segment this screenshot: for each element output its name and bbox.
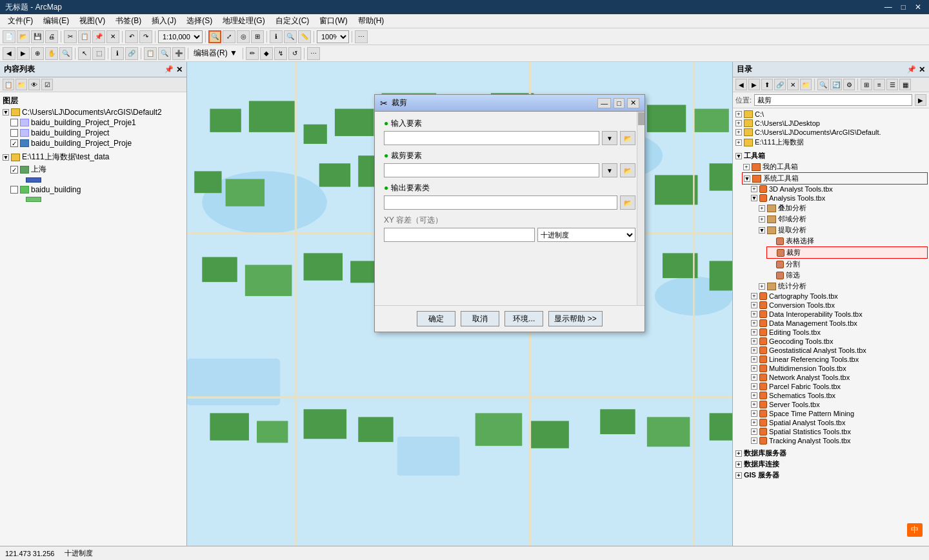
expand-arcgis[interactable]: +: [735, 129, 742, 135]
expand-systoolbox[interactable]: ▼: [744, 175, 750, 182]
expand-interop[interactable]: +: [751, 311, 757, 317]
zoom-full-button[interactable]: ⤢: [223, 30, 235, 43]
dialog-help-button[interactable]: 显示帮助 >>: [548, 311, 602, 326]
feature-select[interactable]: ⬚: [92, 47, 105, 60]
copy-button[interactable]: 📋: [78, 30, 91, 43]
maximize-button[interactable]: □: [899, 3, 908, 12]
clip-features-browse[interactable]: 📂: [620, 163, 635, 177]
expand-3d[interactable]: +: [751, 186, 757, 192]
delete-button[interactable]: ✕: [106, 30, 119, 43]
expand-default2[interactable]: ▼: [3, 109, 9, 115]
xy-tolerance-input[interactable]: [384, 228, 535, 242]
cat-item-geocoding[interactable]: + Geocoding Tools.tbx: [750, 337, 928, 346]
expand-dbserver[interactable]: +: [735, 450, 742, 457]
menu-bookmark[interactable]: 书签(B): [110, 14, 146, 28]
attr-table[interactable]: 📋: [144, 47, 157, 60]
menu-geoprocess[interactable]: 地理处理(G): [217, 14, 270, 28]
more-edit-tools[interactable]: ⋯: [307, 47, 320, 60]
expand-linearref[interactable]: +: [751, 356, 757, 363]
cat-item-neighbor[interactable]: + 邻域分析: [757, 214, 928, 225]
expand-schematics[interactable]: +: [751, 392, 757, 399]
editor-label[interactable]: 编辑器(R) ▼: [191, 48, 240, 59]
search-button[interactable]: 🔍: [158, 47, 171, 60]
expand-geostat[interactable]: +: [751, 347, 757, 354]
paste-button[interactable]: 📌: [92, 30, 105, 43]
dialog-minimize[interactable]: —: [597, 98, 611, 108]
identify-button[interactable]: ℹ: [270, 30, 283, 43]
cat-item-spatialanalyst[interactable]: + Spatial Analyst Tools.tbx: [750, 418, 928, 427]
rotate-tool[interactable]: ↺: [288, 47, 301, 60]
sketch-tool[interactable]: ✏: [246, 47, 259, 60]
list-by-drawing[interactable]: 📋: [3, 79, 14, 90]
cat-item-carto[interactable]: + Cartography Tools.tbx: [750, 292, 928, 301]
panel-pin[interactable]: 📌: [165, 65, 174, 74]
catalog-up[interactable]: ⬆: [761, 79, 773, 90]
cat-item-split[interactable]: 分割: [766, 259, 928, 270]
menu-select[interactable]: 选择(S): [181, 14, 217, 28]
expand-analysis[interactable]: ▼: [751, 195, 757, 201]
add-data-button[interactable]: ➕: [172, 47, 185, 60]
list-by-visibility[interactable]: 👁: [28, 79, 40, 90]
layer-check-bb[interactable]: [10, 186, 18, 194]
menu-view[interactable]: 视图(V): [74, 14, 110, 28]
find-button[interactable]: 🔍: [284, 30, 297, 43]
cat-item-schematics[interactable]: + Schematics Tools.tbx: [750, 391, 928, 400]
select-tool[interactable]: ↖: [78, 47, 91, 60]
pan-button[interactable]: ✋: [45, 47, 58, 60]
expand-e111[interactable]: +: [735, 139, 742, 146]
zoom-percent-select[interactable]: 100%: [317, 30, 349, 43]
expand-dbconn[interactable]: +: [735, 461, 742, 468]
menu-help[interactable]: 帮助(H): [353, 14, 390, 28]
list-by-source[interactable]: 📁: [15, 79, 27, 90]
expand-stats[interactable]: +: [759, 283, 765, 290]
menu-window[interactable]: 窗口(W): [314, 14, 352, 28]
catalog-list[interactable]: ≡: [874, 79, 885, 90]
cat-item-filter[interactable]: 筛选: [766, 270, 928, 281]
cat-item-spatialstats[interactable]: + Spatial Statistics Tools.tbx: [750, 427, 928, 436]
layer-check-baidu3[interactable]: [10, 139, 18, 147]
expand-c[interactable]: +: [735, 111, 742, 117]
cat-item-tracking[interactable]: + Tracking Analyst Tools.tbx: [750, 436, 928, 445]
clip-features-input[interactable]: [384, 163, 599, 177]
panel-close[interactable]: ✕: [176, 65, 183, 74]
expand-server[interactable]: +: [751, 401, 757, 408]
expand-spacetime[interactable]: +: [751, 410, 757, 417]
expand-gisserver[interactable]: +: [735, 472, 742, 479]
catalog-options[interactable]: ⚙: [843, 79, 855, 90]
expand-neighbor[interactable]: +: [759, 216, 765, 223]
expand-mytoolbox[interactable]: +: [743, 164, 750, 170]
zoom-pan-button[interactable]: 🔍: [59, 47, 72, 60]
new-button[interactable]: 📄: [3, 30, 15, 43]
catalog-search[interactable]: 🔍: [817, 79, 829, 90]
zoom-back-button[interactable]: ◀: [3, 47, 15, 60]
zoom-layer-button[interactable]: ⊞: [251, 30, 264, 43]
expand-spatialanalyst[interactable]: +: [751, 419, 757, 426]
expand-carto[interactable]: +: [751, 293, 757, 299]
cat-item-analysis[interactable]: ▼ Analysis Tools.tbx: [750, 194, 928, 203]
expand-geocoding[interactable]: +: [751, 338, 757, 345]
catalog-back[interactable]: ◀: [735, 79, 747, 90]
menu-file[interactable]: 文件(F): [3, 14, 38, 28]
cat-item-desktop[interactable]: + C:\Users\LJ\Desktop: [734, 119, 928, 128]
cut-button[interactable]: ✂: [64, 30, 77, 43]
cat-item-server[interactable]: + Server Tools.tbx: [750, 400, 928, 409]
map-area[interactable]: ✂ 裁剪 — □ ✕ ● 输入要素: [187, 62, 732, 546]
catalog-preview[interactable]: ▦: [899, 79, 911, 90]
minimize-button[interactable]: —: [882, 3, 895, 12]
dialog-cancel-button[interactable]: 取消: [461, 311, 499, 326]
more-tools[interactable]: ⋯: [355, 30, 368, 43]
cat-item-interop[interactable]: + Data Interoperability Tools.tbx: [750, 310, 928, 319]
hyperlink-tool[interactable]: 🔗: [125, 47, 138, 60]
catalog-details[interactable]: ☰: [886, 79, 898, 90]
dialog-scrollbar[interactable]: [637, 112, 644, 305]
expand-desktop[interactable]: +: [735, 120, 742, 126]
xy-unit-select[interactable]: 十进制度: [537, 228, 635, 242]
cat-item-extract[interactable]: ▼ 提取分析: [757, 225, 928, 235]
full-extent-button[interactable]: ⊕: [31, 47, 44, 60]
zoom-selected-button[interactable]: ◎: [237, 30, 250, 43]
reshape-tool[interactable]: ↯: [274, 47, 287, 60]
expand-network[interactable]: +: [751, 374, 757, 381]
cat-item-network[interactable]: + Network Analyst Tools.tbx: [750, 373, 928, 382]
expand-toolbox-section[interactable]: ▼: [735, 153, 742, 159]
scroll-thumb[interactable]: [638, 112, 644, 125]
